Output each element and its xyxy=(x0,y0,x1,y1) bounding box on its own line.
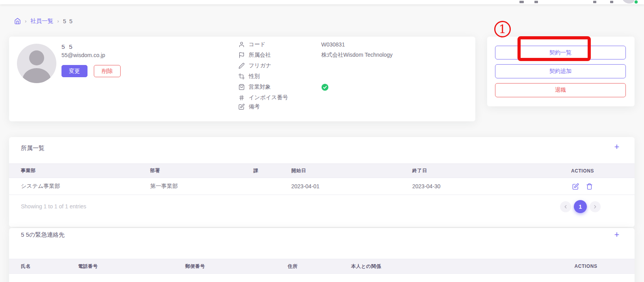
user-avatar[interactable] xyxy=(622,0,637,4)
chevron-right-icon xyxy=(592,204,598,210)
navbar-icon-fragment xyxy=(610,1,613,3)
affiliations-card: 所属一覧 + 事業部 部署 課 開始日 終了日 ACTIONS システム事業部 … xyxy=(9,137,635,227)
add-affiliation-button[interactable]: + xyxy=(612,143,621,151)
field-sales-target: 営業対象 xyxy=(238,83,471,91)
column-header: 事業部 xyxy=(9,167,150,174)
column-header-actions: ACTIONS xyxy=(537,263,635,269)
field-label: インボイス番号 xyxy=(249,94,321,101)
page-1-button[interactable]: 1 xyxy=(574,200,587,213)
column-header: 住所 xyxy=(288,263,351,270)
shopping-bag-icon xyxy=(238,84,245,90)
showing-entries-text: Showing 1 to 1 of 1 entries xyxy=(21,203,86,210)
top-navbar xyxy=(0,0,644,4)
breadcrumb-separator: › xyxy=(25,18,26,24)
change-button[interactable]: 変更 xyxy=(61,65,87,77)
edit-note-icon xyxy=(238,104,245,110)
add-emergency-contact-button[interactable]: + xyxy=(612,230,621,239)
field-value: 株式会社Wisdom Technology xyxy=(321,52,393,59)
check-circle-icon xyxy=(321,83,329,91)
breadcrumb-link-employees[interactable]: 社員一覧 xyxy=(30,17,53,25)
field-label: 備考 xyxy=(249,103,321,110)
field-code: コード W030831 xyxy=(238,41,471,48)
cell-end-date: 2023-04-30 xyxy=(412,183,530,189)
column-header: 課 xyxy=(253,167,291,174)
cell-division: システム事業部 xyxy=(9,183,150,190)
field-gender: 性別 xyxy=(238,72,471,80)
field-label: 性別 xyxy=(249,73,321,80)
home-icon[interactable] xyxy=(14,18,21,24)
employee-name: 5 5 xyxy=(61,43,74,50)
emergency-contacts-card: 5 5の緊急連絡先 + 氏名 電話番号 郵便番号 住所 本人との関係 ACTIO… xyxy=(9,228,635,282)
employee-profile-card: 5 5 55@wisdom.co.jp 変更 削除 コード W030831 所属… xyxy=(9,37,475,121)
navbar-icon-fragment xyxy=(519,1,524,3)
field-label: コード xyxy=(249,41,321,48)
section-title-emergency-contacts: 5 5の緊急連絡先 xyxy=(21,231,65,239)
breadcrumb-current: 5 5 xyxy=(63,18,73,24)
pagination: 1 xyxy=(560,200,601,213)
online-status-dot xyxy=(634,0,638,4)
annotation-highlight-box xyxy=(517,36,591,61)
field-company: 所属会社 株式会社Wisdom Technology xyxy=(238,51,471,59)
field-value: W030831 xyxy=(321,41,345,48)
edit-row-icon[interactable] xyxy=(572,183,579,190)
employee-email: 55@wisdom.co.jp xyxy=(61,52,105,58)
navbar-icon-fragment xyxy=(593,1,596,3)
next-page-button[interactable] xyxy=(590,201,601,212)
avatar xyxy=(17,44,56,83)
cell-start-date: 2023-04-01 xyxy=(291,183,412,189)
section-title-affiliations: 所属一覧 xyxy=(21,145,45,152)
column-header: 部署 xyxy=(150,167,253,174)
pen-icon xyxy=(238,63,245,69)
delete-button[interactable]: 削除 xyxy=(94,65,121,77)
annotation-step-number: 1 xyxy=(494,21,511,37)
cell-actions xyxy=(530,183,635,190)
field-furigana: フリガナ xyxy=(238,62,471,70)
column-header-actions: ACTIONS xyxy=(530,168,635,174)
prev-page-button[interactable] xyxy=(560,201,571,212)
column-header: 終了日 xyxy=(412,167,530,174)
navbar-icon-fragment xyxy=(534,1,538,3)
column-header: 氏名 xyxy=(9,263,78,270)
delete-row-icon[interactable] xyxy=(586,183,593,190)
column-header: 郵便番号 xyxy=(185,263,288,270)
field-label: 営業対象 xyxy=(249,83,321,91)
column-header: 電話番号 xyxy=(78,263,185,270)
table-row: システム事業部 第一事業部 2023-04-01 2023-04-30 xyxy=(9,178,635,195)
field-invoice-number: インボイス番号 xyxy=(238,94,471,102)
emergency-contacts-table-header: 氏名 電話番号 郵便番号 住所 本人との関係 ACTIONS xyxy=(9,259,635,274)
column-header: 開始日 xyxy=(291,167,412,174)
employee-fields: コード W030831 所属会社 株式会社Wisdom Technology フ… xyxy=(238,37,471,121)
affiliations-table-header: 事業部 部署 課 開始日 終了日 ACTIONS xyxy=(9,163,635,178)
breadcrumb: › 社員一覧 › 5 5 xyxy=(14,17,73,25)
hash-icon xyxy=(238,95,245,101)
chevron-left-icon xyxy=(563,204,568,210)
cell-department: 第一事業部 xyxy=(150,183,253,190)
flag-icon xyxy=(238,52,245,58)
field-label: 所属会社 xyxy=(249,52,321,59)
field-label: フリガナ xyxy=(249,62,321,69)
user-icon xyxy=(238,41,245,48)
column-header: 本人との関係 xyxy=(351,263,537,270)
breadcrumb-separator: › xyxy=(57,18,59,24)
field-notes: 備考 xyxy=(238,103,471,111)
contract-add-button[interactable]: 契約追加 xyxy=(495,64,626,78)
crop-icon xyxy=(238,73,245,80)
retire-button[interactable]: 退職 xyxy=(495,83,626,97)
